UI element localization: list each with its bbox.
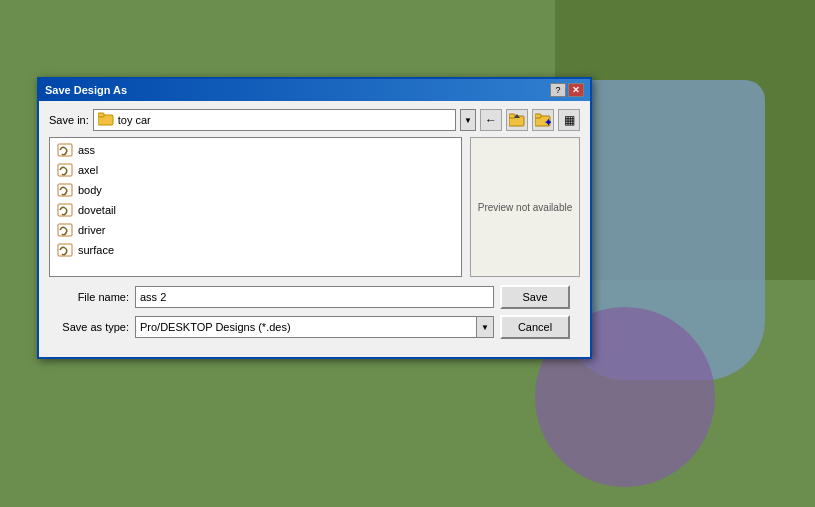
file-icon bbox=[56, 162, 74, 178]
save-as-type-dropdown[interactable]: ▼ bbox=[476, 316, 494, 338]
file-name: surface bbox=[78, 244, 114, 256]
svg-rect-3 bbox=[509, 114, 515, 118]
file-name: driver bbox=[78, 224, 106, 236]
save-as-type-label: Save as type: bbox=[49, 321, 129, 333]
back-button[interactable]: ← bbox=[480, 109, 502, 131]
file-name: ass bbox=[78, 144, 95, 156]
file-name-input[interactable] bbox=[135, 286, 494, 308]
dialog-title: Save Design As bbox=[45, 84, 127, 96]
list-item[interactable]: axel bbox=[50, 160, 461, 180]
view-button[interactable]: ▦ bbox=[558, 109, 580, 131]
save-as-type-select-wrapper: Pro/DESKTOP Designs (*.des) ▼ bbox=[135, 316, 494, 338]
file-name-row: File name: Save bbox=[49, 285, 580, 309]
list-item[interactable]: body bbox=[50, 180, 461, 200]
file-name: axel bbox=[78, 164, 98, 176]
list-item[interactable]: dovetail bbox=[50, 200, 461, 220]
close-button[interactable]: ✕ bbox=[568, 83, 584, 97]
up-folder-button[interactable] bbox=[506, 109, 528, 131]
preview-text: Preview not available bbox=[478, 202, 573, 213]
save-in-dropdown[interactable]: ▼ bbox=[460, 109, 476, 131]
save-as-type-value[interactable]: Pro/DESKTOP Designs (*.des) bbox=[135, 316, 476, 338]
file-icon bbox=[56, 142, 74, 158]
svg-rect-1 bbox=[98, 113, 104, 117]
content-row: ass axel bbox=[49, 137, 580, 277]
svg-rect-6 bbox=[535, 114, 541, 118]
new-folder-button[interactable]: ✦ bbox=[532, 109, 554, 131]
file-list[interactable]: ass axel bbox=[49, 137, 462, 277]
file-icon bbox=[56, 222, 74, 238]
dialog-overlay: Save Design As ? ✕ Save in: toy ca bbox=[0, 0, 815, 507]
list-item[interactable]: ass bbox=[50, 140, 461, 160]
list-item[interactable]: driver bbox=[50, 220, 461, 240]
file-name-label: File name: bbox=[49, 291, 129, 303]
save-button[interactable]: Save bbox=[500, 285, 570, 309]
folder-name: toy car bbox=[118, 114, 151, 126]
file-icon bbox=[56, 182, 74, 198]
file-icon bbox=[56, 242, 74, 258]
save-in-label: Save in: bbox=[49, 114, 89, 126]
cancel-button[interactable]: Cancel bbox=[500, 315, 570, 339]
bottom-section: File name: Save Save as type: Pro/DESKTO… bbox=[49, 285, 580, 339]
save-button-area: Save bbox=[500, 285, 580, 309]
dialog-body: Save in: toy car ▼ ← bbox=[39, 101, 590, 357]
save-design-dialog: Save Design As ? ✕ Save in: toy ca bbox=[37, 77, 592, 359]
save-in-row: Save in: toy car ▼ ← bbox=[49, 109, 580, 131]
preview-box: Preview not available bbox=[470, 137, 580, 277]
file-icon bbox=[56, 202, 74, 218]
title-bar-buttons: ? ✕ bbox=[550, 83, 584, 97]
help-button[interactable]: ? bbox=[550, 83, 566, 97]
folder-icon-inline bbox=[98, 112, 114, 128]
file-name: dovetail bbox=[78, 204, 116, 216]
file-name: body bbox=[78, 184, 102, 196]
save-in-combo[interactable]: toy car bbox=[93, 109, 456, 131]
save-as-type-row: Save as type: Pro/DESKTOP Designs (*.des… bbox=[49, 315, 580, 339]
dialog-title-bar: Save Design As ? ✕ bbox=[39, 79, 590, 101]
list-item[interactable]: surface bbox=[50, 240, 461, 260]
svg-text:✦: ✦ bbox=[544, 117, 551, 127]
cancel-button-area: Cancel bbox=[500, 315, 580, 339]
